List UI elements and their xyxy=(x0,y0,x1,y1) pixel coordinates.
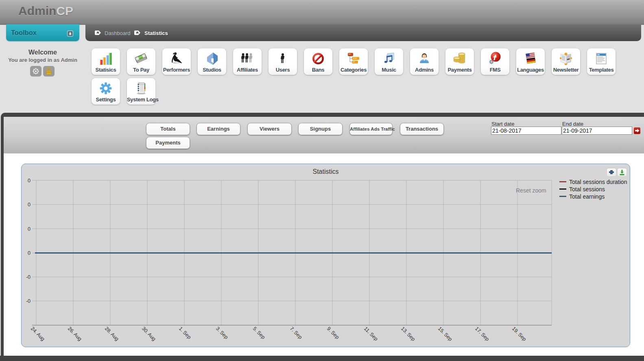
svg-text:1. Sep: 1. Sep xyxy=(178,326,192,340)
svg-text:3. Sep: 3. Sep xyxy=(215,326,229,340)
svg-text:13. Sep: 13. Sep xyxy=(400,326,416,342)
svg-text:7. Sep: 7. Sep xyxy=(289,326,303,340)
svg-text:-0: -0 xyxy=(26,274,31,280)
svg-text:0: 0 xyxy=(28,250,31,256)
svg-text:0: 0 xyxy=(28,202,31,208)
svg-text:30. Aug: 30. Aug xyxy=(141,326,157,342)
svg-text:17. Sep: 17. Sep xyxy=(474,326,490,342)
svg-text:9. Sep: 9. Sep xyxy=(326,326,340,340)
svg-text:5. Sep: 5. Sep xyxy=(252,326,266,340)
svg-text:26. Aug: 26. Aug xyxy=(67,326,83,342)
svg-text:0: 0 xyxy=(28,226,31,232)
svg-text:-0: -0 xyxy=(26,298,31,304)
svg-text:15. Sep: 15. Sep xyxy=(437,326,453,342)
svg-text:11. Sep: 11. Sep xyxy=(363,326,379,342)
svg-text:0: 0 xyxy=(28,178,31,184)
svg-text:28. Aug: 28. Aug xyxy=(104,326,120,342)
svg-text:24. Aug: 24. Aug xyxy=(30,326,46,342)
svg-text:19. Sep: 19. Sep xyxy=(511,326,527,342)
